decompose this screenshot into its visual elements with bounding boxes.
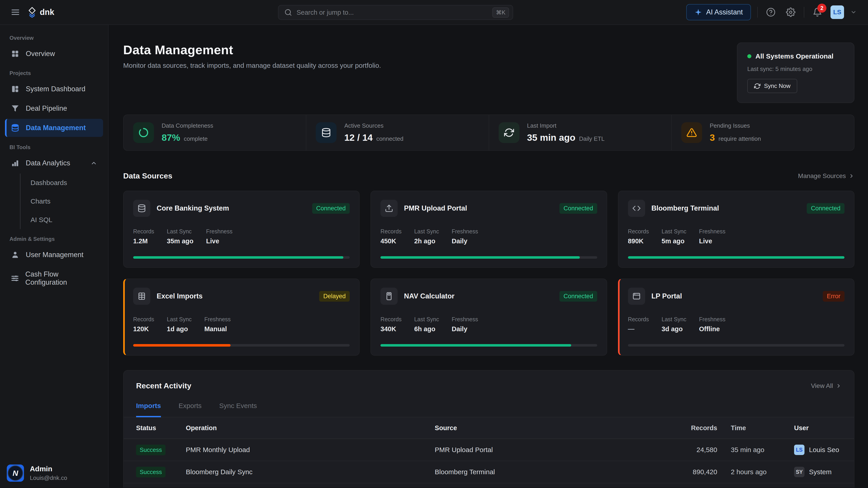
status-badge: Error xyxy=(823,291,844,302)
stats-row: Data Completeness 87% complete Active So… xyxy=(123,115,855,151)
profile[interactable]: N Admin Louis@dnk.co xyxy=(7,464,67,482)
status-badge: Connected xyxy=(312,203,350,214)
profile-avatar[interactable]: N xyxy=(7,464,24,482)
topbar: dnk Search or jump to... ⌘K AI Assistant… xyxy=(0,0,868,25)
stat-suffix: complete xyxy=(184,135,208,142)
source-card-excel-imports[interactable]: Excel Imports Delayed Records120K Last S… xyxy=(123,279,360,356)
main-content: Data Management Monitor data sources, tr… xyxy=(108,25,868,488)
recent-activity-panel: Recent Activity View All Imports Exports… xyxy=(123,370,855,488)
stat-suffix: connected xyxy=(376,135,403,142)
bar-chart-icon xyxy=(11,159,20,167)
tab-sync-events[interactable]: Sync Events xyxy=(219,402,257,417)
shortcut-badge: ⌘K xyxy=(492,7,509,18)
topbar-actions: AI Assistant 2 LS xyxy=(686,4,857,20)
stat-suffix: Daily ETL xyxy=(579,135,604,142)
sidebar-subitem-charts[interactable]: Charts xyxy=(21,192,108,210)
source-name: PMR Upload Portal xyxy=(404,204,467,213)
last-sync-value: 6h ago xyxy=(414,325,439,333)
table-row[interactable]: Success Bloomberg Daily Sync Bloomberg T… xyxy=(124,461,854,483)
freshness-value: Offline xyxy=(699,325,725,333)
sparkle-icon xyxy=(694,8,702,16)
system-status-card: All Systems Operational Last sync: 5 min… xyxy=(737,42,855,103)
sidebar-item-label: System Dashboard xyxy=(26,85,86,93)
progress-bar xyxy=(380,256,597,259)
source-card-lp-portal[interactable]: LP Portal Error Records— Last Sync3d ago… xyxy=(618,279,855,356)
freshness-label: Freshness xyxy=(204,316,231,323)
stat-label: Data Completeness xyxy=(162,122,213,129)
stat-pending-issues: Pending Issues 3 require attention xyxy=(671,115,854,150)
ai-assistant-button[interactable]: AI Assistant xyxy=(686,4,751,20)
sidebar-item-deal-pipeline[interactable]: Deal Pipeline xyxy=(5,99,103,118)
progress-bar xyxy=(133,344,350,347)
last-sync-value: 1d ago xyxy=(167,325,192,333)
sidebar-item-cash-flow-configuration[interactable]: Cash Flow Configuration xyxy=(5,265,103,291)
progress-ring-icon xyxy=(133,122,154,143)
records-label: Records xyxy=(380,228,401,235)
user-avatar[interactable]: LS xyxy=(831,5,844,19)
source-card-bloomberg[interactable]: Bloomberg Terminal Connected Records890K… xyxy=(618,191,855,268)
progress-bar xyxy=(628,256,844,259)
chevron-right-icon xyxy=(848,173,855,179)
sidebar-subitem-ai-sql[interactable]: AI SQL xyxy=(21,210,108,229)
sidebar-section-projects: Projects xyxy=(0,64,108,78)
source-card-core-banking[interactable]: Core Banking System Connected Records1.2… xyxy=(123,191,360,268)
sync-now-button[interactable]: Sync Now xyxy=(747,79,797,93)
search-icon xyxy=(284,8,292,16)
col-time: Time xyxy=(717,424,780,432)
records-cell: 24,580 xyxy=(679,446,717,454)
ai-assistant-label: AI Assistant xyxy=(706,8,743,16)
calculator-icon xyxy=(380,288,398,305)
table-icon xyxy=(133,288,150,305)
freshness-label: Freshness xyxy=(699,316,725,323)
source-card-nav-calculator[interactable]: NAV Calculator Connected Records340K Las… xyxy=(370,279,607,356)
records-label: Records xyxy=(628,316,649,323)
sidebar-item-data-analytics[interactable]: Data Analytics xyxy=(5,154,103,172)
analytics-submenu: Dashboards Charts AI SQL xyxy=(20,173,108,229)
brand[interactable]: dnk xyxy=(28,7,54,18)
view-all-link[interactable]: View All xyxy=(811,382,842,390)
profile-name: Admin xyxy=(30,465,67,473)
help-icon[interactable] xyxy=(764,5,778,19)
chevron-up-icon[interactable] xyxy=(90,160,97,166)
last-sync-label: Last Sync xyxy=(414,316,439,323)
sidebar-subitem-dashboards[interactable]: Dashboards xyxy=(21,173,108,192)
last-sync-value: 35m ago xyxy=(167,237,193,245)
sidebar-section-bi-tools: BI Tools xyxy=(0,138,108,153)
brand-logo-icon xyxy=(28,7,36,18)
tab-imports[interactable]: Imports xyxy=(136,402,161,417)
records-value: 1.2M xyxy=(133,237,154,245)
layout-icon xyxy=(11,85,20,93)
sidebar-item-user-management[interactable]: User Management xyxy=(5,246,103,264)
manage-sources-link[interactable]: Manage Sources xyxy=(798,172,855,180)
chevron-down-icon[interactable] xyxy=(850,9,857,15)
status-badge: Delayed xyxy=(319,291,350,302)
divider xyxy=(757,7,758,18)
activity-tabs: Imports Exports Sync Events xyxy=(124,402,854,417)
source-card-pmr-upload[interactable]: PMR Upload Portal Connected Records450K … xyxy=(370,191,607,268)
sidebar-item-label: Deal Pipeline xyxy=(26,104,67,112)
operation-cell: PMR Monthly Upload xyxy=(186,446,435,454)
bell-icon[interactable]: 2 xyxy=(811,5,824,19)
sidebar-item-system-dashboard[interactable]: System Dashboard xyxy=(5,80,103,98)
sidebar-item-overview[interactable]: Overview xyxy=(5,45,103,63)
recent-activity-heading: Recent Activity xyxy=(136,381,191,390)
menu-icon[interactable] xyxy=(9,6,22,19)
tab-exports[interactable]: Exports xyxy=(179,402,202,417)
search-placeholder: Search or jump to... xyxy=(297,9,488,16)
database-icon xyxy=(316,122,337,143)
table-row[interactable]: Processing NAV Recalculation NAV Calcula… xyxy=(124,483,854,488)
code-icon xyxy=(628,200,645,217)
user-icon xyxy=(11,251,20,259)
profile-email: Louis@dnk.co xyxy=(30,475,67,482)
stat-value: 12 / 14 xyxy=(344,132,373,143)
progress-bar xyxy=(133,256,350,259)
records-value: 120K xyxy=(133,325,154,333)
table-row[interactable]: Success PMR Monthly Upload PMR Upload Po… xyxy=(124,439,854,461)
stat-label: Last Import xyxy=(527,122,604,129)
gear-icon[interactable] xyxy=(784,5,798,19)
sidebar-item-data-management[interactable]: Data Management xyxy=(5,119,103,137)
search-input[interactable]: Search or jump to... ⌘K xyxy=(278,5,513,20)
warning-triangle-icon xyxy=(681,122,702,143)
records-cell: 890,420 xyxy=(679,468,717,476)
status-badge: Connected xyxy=(807,203,844,214)
